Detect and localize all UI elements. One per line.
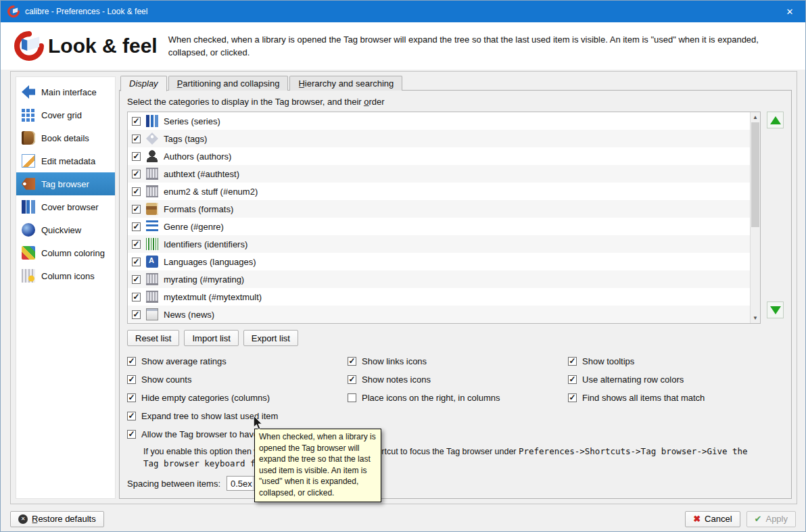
checkbox-icon[interactable] — [568, 393, 577, 402]
apply-check-icon: ✔ — [755, 514, 762, 524]
shortcut-note: If you enable this option then you shoul… — [143, 445, 784, 470]
scrollbar[interactable]: ▲ ▼ — [750, 112, 760, 323]
header: Look & feel When checked, when a library… — [1, 22, 805, 70]
tab-p-artitioning-and-collapsing[interactable]: P̲artitioning and collapsing — [168, 76, 289, 91]
checkbox-icon[interactable] — [348, 393, 356, 402]
checkbox-place-icons-on-the-right-in-columns[interactable]: Place icons on the right, in columns — [348, 389, 568, 407]
news-icon — [146, 308, 158, 320]
checkbox-icon[interactable] — [127, 357, 136, 366]
checkbox-icon[interactable] — [132, 152, 141, 161]
checkbox-show-tooltips[interactable]: Show tooltips — [568, 352, 705, 370]
sidebar-item-edit-metadata[interactable]: Edit metadata — [16, 149, 115, 172]
checkbox-show-average-ratings[interactable]: Show average ratings — [127, 352, 348, 370]
checkbox-expand-tree-to-show-last-used-item[interactable]: Expand tree to show last used item — [127, 407, 348, 425]
page-title: Look & feel — [48, 34, 158, 57]
checkbox-show-counts[interactable]: Show counts — [127, 370, 348, 389]
category-row[interactable]: Series (series) — [128, 112, 750, 130]
column-icons-icon — [22, 269, 35, 283]
category-row[interactable]: Identifiers (identifiers) — [128, 235, 750, 253]
close-icon: ✕ — [786, 7, 794, 17]
checkbox-icon[interactable] — [132, 222, 141, 231]
category-row[interactable]: authtext (#authtest) — [128, 165, 750, 183]
spacing-value: 0.5ex — [231, 479, 252, 489]
category-row[interactable]: Authors (authors) — [128, 147, 750, 165]
checkbox-icon[interactable] — [132, 240, 141, 249]
checkbox-use-alternating-row-colors[interactable]: Use alternating row colors — [568, 370, 705, 389]
checkbox-icon[interactable] — [127, 412, 136, 420]
category-row[interactable]: News (news) — [128, 306, 750, 323]
checkbox-icon[interactable] — [127, 430, 136, 439]
checkbox-icon[interactable] — [348, 357, 356, 366]
cover-browser-icon — [22, 200, 35, 214]
category-row[interactable]: enum2 & stuff (#enum2) — [128, 183, 750, 200]
cancel-label: Cancel — [705, 514, 732, 524]
sidebar-item-column-icons[interactable]: Column icons — [16, 264, 115, 287]
category-row[interactable]: Languages (languages) — [128, 253, 750, 270]
checkbox-icon[interactable] — [132, 275, 141, 284]
checkbox-find-shows-all-items-that-match[interactable]: Find shows all items that match — [568, 389, 705, 407]
sidebar-item-main-interface[interactable]: Main interface — [16, 80, 115, 103]
checkbox-icon[interactable] — [132, 205, 141, 214]
checkbox-hide-empty-categories-columns[interactable]: Hide empty categories (columns) — [127, 389, 348, 407]
checkbox-icon[interactable] — [132, 293, 141, 301]
tab-h-ierarchy-and-searching[interactable]: H̲ierarchy and searching — [289, 76, 402, 91]
category-row[interactable]: myrating (#myrating) — [128, 270, 750, 288]
sidebar-item-label: Main interface — [41, 87, 97, 97]
main-interface-icon — [22, 85, 35, 99]
spacing-label: Spacing between items: — [127, 479, 220, 489]
import-list-button[interactable]: Import list — [184, 330, 238, 346]
checkbox-label: Show average ratings — [141, 356, 227, 366]
up-arrow-icon — [770, 116, 781, 124]
reset-list-button[interactable]: Reset list — [127, 330, 179, 346]
checkbox-icon[interactable] — [132, 117, 141, 126]
restore-defaults-button[interactable]: ✕ R̲estore defaults — [10, 511, 104, 527]
cover-grid-icon — [22, 108, 35, 122]
tab-display[interactable]: Display — [120, 76, 167, 91]
category-row[interactable]: Formats (formats) — [128, 200, 750, 218]
scrollbar-thumb[interactable] — [751, 122, 759, 227]
sidebar-item-column-coloring[interactable]: Column coloring — [16, 241, 115, 264]
checkbox-show-links-icons[interactable]: Show links icons — [348, 352, 568, 370]
preferences-body: Main interfaceCover gridBook detailsEdit… — [10, 71, 797, 504]
sidebar-item-tag-browser[interactable]: Tag browser — [16, 172, 115, 195]
sidebar-item-cover-grid[interactable]: Cover grid — [16, 103, 115, 126]
column-icon — [146, 291, 158, 303]
checkbox-icon[interactable] — [127, 393, 136, 402]
sidebar-item-cover-browser[interactable]: Cover browser — [16, 195, 115, 218]
checkbox-label: Place icons on the right, in columns — [362, 393, 500, 403]
category-row[interactable]: mytextmult (#mytextmult) — [128, 288, 750, 306]
checkbox-icon[interactable] — [132, 135, 141, 143]
sidebar-item-book-details[interactable]: Book details — [16, 126, 115, 149]
checkbox-icon[interactable] — [132, 170, 141, 178]
move-down-button[interactable] — [767, 301, 784, 318]
scroll-down-icon[interactable]: ▼ — [751, 313, 760, 323]
checkbox-show-notes-icons[interactable]: Show notes icons — [348, 370, 568, 389]
category-row[interactable]: Genre (#genre) — [128, 218, 750, 235]
cancel-button[interactable]: ✖ Cancel — [685, 511, 740, 527]
category-label: Tags (tags) — [164, 134, 207, 144]
look-and-feel-icon — [14, 31, 44, 61]
checkbox-label: Use alternating row colors — [582, 374, 684, 385]
checkbox-icon[interactable] — [132, 258, 141, 266]
category-row[interactable]: Tags (tags) — [128, 130, 750, 147]
apply-button[interactable]: ✔ Apply — [746, 511, 796, 527]
checkbox-icon[interactable] — [132, 310, 141, 319]
checkbox-icon[interactable] — [568, 375, 577, 384]
checkbox-label: Find shows all items that match — [582, 393, 705, 403]
column-icon — [146, 273, 158, 285]
category-label: Genre (#genre) — [164, 222, 224, 232]
move-up-button[interactable] — [767, 112, 784, 128]
checkbox-icon[interactable] — [132, 187, 141, 196]
checkbox-icon[interactable] — [127, 375, 136, 384]
checkbox-icon[interactable] — [568, 357, 577, 366]
export-list-button[interactable]: Export list — [243, 330, 298, 346]
scroll-up-icon[interactable]: ▲ — [751, 112, 760, 122]
scrollbar-track[interactable] — [751, 122, 760, 313]
header-description: When checked, when a library is opened t… — [168, 33, 795, 59]
sidebar-item-quickview[interactable]: Quickview — [16, 218, 115, 241]
restore-defaults-label: R̲estore defaults — [32, 514, 96, 524]
checkbox-icon[interactable] — [348, 375, 356, 384]
apply-label: Apply — [765, 514, 788, 524]
column-icon — [146, 185, 158, 197]
close-button[interactable]: ✕ — [774, 1, 805, 22]
